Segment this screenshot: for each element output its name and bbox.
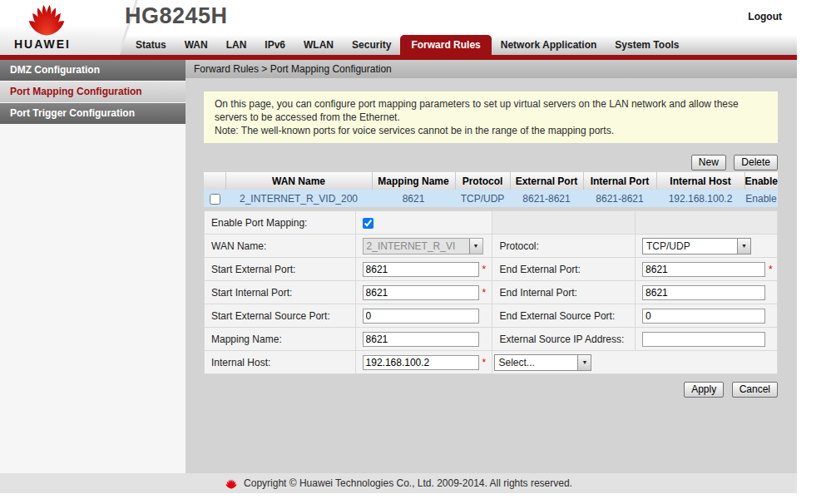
end-external-source-port-input[interactable] (642, 309, 765, 324)
notice-box: On this page, you can configure port map… (204, 91, 778, 143)
port-mapping-form: Enable Port Mapping: WAN Name: 2_INTERNE… (204, 210, 778, 374)
chevron-down-icon: ▼ (577, 355, 591, 370)
col-external-port: External Port (510, 172, 583, 190)
row-select-checkbox[interactable] (210, 194, 220, 205)
cell-mapping-name: 8621 (372, 190, 455, 207)
required-asterisk: * (482, 264, 487, 275)
tab-system-tools[interactable]: System Tools (606, 35, 688, 55)
brand-wordmark: HUAWEI (14, 37, 71, 51)
tab-lan[interactable]: LAN (217, 35, 256, 55)
sidebar-item-port-trigger-configuration[interactable]: Port Trigger Configuration (0, 103, 186, 124)
col-mapping-name: Mapping Name (372, 172, 455, 190)
sidebar-item-port-mapping-configuration[interactable]: Port Mapping Configuration (0, 82, 186, 102)
tab-wan[interactable]: WAN (176, 35, 217, 55)
table-toolbar: New Delete (204, 154, 778, 170)
notice-note: Note: The well-known ports for voice ser… (215, 124, 767, 137)
end-internal-port-input[interactable] (642, 285, 765, 300)
tab-wlan[interactable]: WLAN (294, 35, 343, 55)
huawei-logo-icon (225, 478, 238, 489)
start-internal-port-input[interactable] (363, 285, 479, 300)
form-actions: Apply Cancel (204, 381, 778, 398)
enable-port-mapping-label: Enable Port Mapping: (205, 211, 356, 235)
tab-security[interactable]: Security (343, 35, 400, 55)
sidebar-item-dmz-configuration[interactable]: DMZ Configuration (0, 60, 186, 81)
cell-protocol: TCP/UDP (455, 190, 510, 207)
cell-wan-name: 2_INTERNET_R_VID_200 (225, 190, 372, 207)
huawei-logo-icon (25, 2, 68, 37)
header: HUAWEI HG8245H Logout Status WAN LAN IPv… (0, 0, 797, 55)
tab-network-application[interactable]: Network Application (492, 35, 606, 55)
cell-internal-host: 192.168.100.2 (656, 190, 744, 207)
footer: Copyright © Huawei Technologies Co., Ltd… (0, 473, 797, 493)
internal-host-select[interactable]: Select... ▼ (494, 354, 591, 371)
required-asterisk: * (769, 264, 773, 275)
logo-area: HUAWEI (0, 0, 137, 55)
breadcrumb: Forward Rules > Port Mapping Configurati… (186, 60, 797, 78)
start-external-port-label: Start External Port: (205, 258, 356, 281)
table-header-row: WAN Name Mapping Name Protocol External … (204, 172, 778, 190)
tab-ipv6[interactable]: IPv6 (255, 35, 294, 55)
apply-button[interactable]: Apply (684, 382, 724, 398)
router-admin-page: HUAWEI HG8245H Logout Status WAN LAN IPv… (0, 0, 797, 493)
protocol-select[interactable]: TCP/UDP ▼ (642, 238, 751, 254)
end-external-source-port-label: End External Source Port: (492, 304, 636, 328)
notice-text: On this page, you can configure port map… (215, 97, 767, 124)
sidebar: DMZ Configuration Port Mapping Configura… (0, 60, 186, 473)
col-enable: Enable (744, 172, 778, 190)
copyright-text: Copyright © Huawei Technologies Co., Ltd… (244, 477, 572, 489)
start-external-source-port-input[interactable] (363, 309, 479, 324)
required-asterisk: * (482, 287, 487, 299)
mapping-name-input[interactable] (363, 332, 479, 347)
chevron-down-icon: ▼ (469, 239, 482, 254)
cancel-button[interactable]: Cancel (732, 382, 778, 398)
external-source-ip-label: External Source IP Address: (492, 328, 636, 351)
col-internal-port: Internal Port (583, 172, 656, 190)
tab-status[interactable]: Status (126, 35, 176, 55)
delete-button[interactable]: Delete (734, 155, 778, 170)
main-panel: Forward Rules > Port Mapping Configurati… (186, 60, 797, 473)
protocol-label: Protocol: (492, 235, 636, 258)
col-wan-name: WAN Name (225, 172, 372, 190)
col-protocol: Protocol (455, 172, 510, 190)
tab-forward-rules[interactable]: Forward Rules (400, 35, 491, 55)
wan-name-label: WAN Name: (205, 235, 356, 258)
start-external-source-port-label: Start External Source Port: (205, 304, 356, 328)
empty-cell (492, 211, 636, 235)
end-external-port-label: End External Port: (492, 258, 636, 281)
cell-internal-port: 8621-8621 (583, 190, 656, 207)
start-internal-port-label: Start Internal Port: (205, 281, 356, 304)
page-title: HG8245H (125, 3, 228, 29)
enable-port-mapping-checkbox[interactable] (363, 218, 373, 229)
select-column-header (204, 172, 225, 190)
internal-host-label: Internal Host: (205, 351, 356, 374)
cell-enable: Enable (744, 190, 778, 207)
logout-link[interactable]: Logout (748, 11, 782, 22)
wan-name-select: 2_INTERNET_R_VI ▼ (363, 238, 483, 254)
col-internal-host: Internal Host (656, 172, 744, 190)
empty-cell (636, 211, 778, 235)
table-row: 2_INTERNET_R_VID_200 8621 TCP/UDP 8621-8… (204, 190, 778, 207)
internal-host-input[interactable] (363, 355, 479, 370)
end-internal-port-label: End Internal Port: (492, 281, 636, 304)
external-source-ip-input[interactable] (642, 332, 765, 347)
port-mapping-table: WAN Name Mapping Name Protocol External … (204, 172, 778, 207)
start-external-port-input[interactable] (363, 262, 479, 277)
new-button[interactable]: New (691, 155, 726, 170)
required-asterisk: * (482, 357, 487, 368)
mapping-name-label: Mapping Name: (205, 328, 356, 351)
cell-external-port: 8621-8621 (510, 190, 583, 207)
end-external-port-input[interactable] (642, 262, 765, 277)
chevron-down-icon: ▼ (737, 239, 750, 254)
